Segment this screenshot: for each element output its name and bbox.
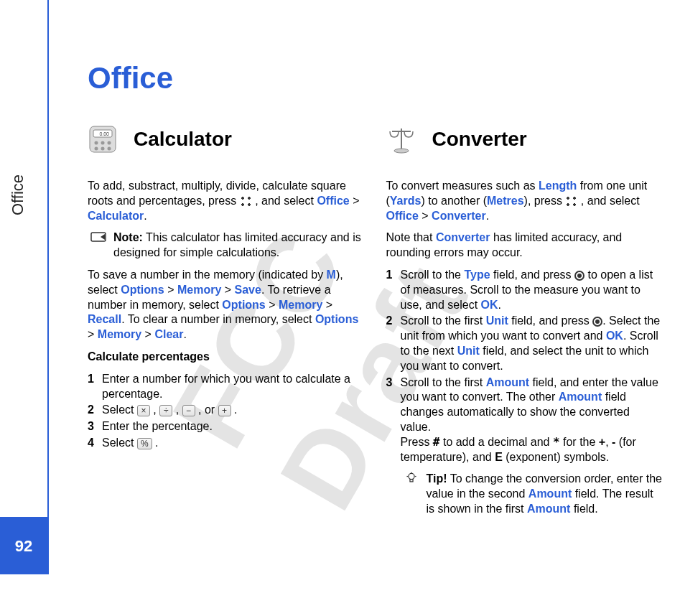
conv-step-2: Scroll to the first Unit field, and pres… [401,314,663,373]
calculator-heading-row: 0.00 Calculator [88,124,365,154]
calc-step-1: Enter a number for which you want to cal… [102,372,365,402]
calculator-icon: 0.00 [88,124,118,154]
page-content: Office 0.00 Calculator To add, substract… [88,61,663,524]
converter-heading-row: Converter [386,124,663,154]
star-key: * [553,435,560,449]
sidebar-section-label: Office [9,174,27,215]
calc-step-3: Enter the percentage. [102,419,365,434]
svg-point-8 [108,147,111,151]
calc-percent-heading: Calculate percentages [88,350,365,365]
svg-marker-10 [101,234,105,240]
svg-text:0.00: 0.00 [99,131,109,136]
tip-icon [404,472,419,485]
svg-point-4 [101,141,105,145]
note-icon [90,230,106,243]
apps-key-icon [565,195,577,207]
svg-rect-18 [409,480,412,482]
calc-note: Note: This calculator has limited accura… [88,230,365,261]
scroll-key-icon [592,317,602,327]
calculator-heading: Calculator [134,126,232,152]
conv-step-1: Scroll to the Type field, and press to o… [401,268,663,312]
sidebar-footer: 92 [0,517,47,574]
converter-heading: Converter [432,126,527,152]
svg-point-6 [95,147,98,151]
page-number: 92 [0,537,47,556]
conv-steps: Scroll to the Type field, and press to o… [386,268,663,517]
conv-intro: To convert measures such as Length from … [386,179,663,223]
calc-step-4: Select % . [102,436,365,451]
calc-steps: Enter a number for which you want to cal… [88,372,365,451]
svg-point-3 [95,141,98,145]
key-add: + [218,405,231,416]
key-multiply: × [137,405,150,416]
key-subtract: − [182,405,195,416]
svg-point-14 [408,474,414,480]
key-percent: % [137,438,152,449]
svg-point-5 [108,141,111,145]
svg-point-13 [394,149,409,153]
scroll-key-icon [574,271,584,281]
sidebar: Office 92 [0,0,49,574]
conv-step-3: Scroll to the first Amount field, and en… [401,375,663,517]
column-left: 0.00 Calculator To add, substract, multi… [88,124,365,524]
calc-intro: To add, substract, multiply, divide, cal… [88,179,365,223]
key-divide: ÷ [159,405,172,416]
conv-accuracy-note: Note that Converter has limited accuracy… [386,230,663,261]
calc-step-2: Select × , ÷ , − , or + . [102,403,365,418]
converter-icon [386,124,416,154]
page-title: Office [88,61,663,95]
apps-key-icon [240,195,252,207]
column-right: Converter To convert measures such as Le… [386,124,663,524]
calc-memory-para: To save a number in the memory (indicate… [88,268,365,342]
svg-point-7 [101,147,105,151]
conv-tip: Tip! To change the conversion order, ent… [401,472,663,516]
